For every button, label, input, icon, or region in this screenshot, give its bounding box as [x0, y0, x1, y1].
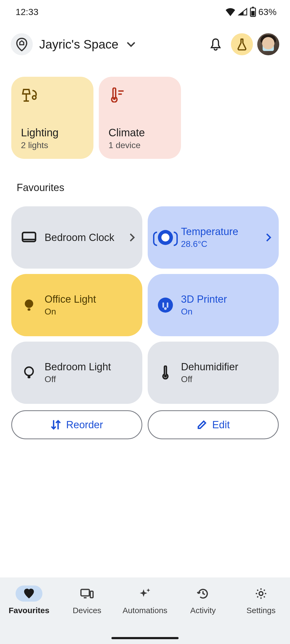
tile-temperature[interactable]: Temperature 28.6°C	[148, 206, 279, 269]
tile-sub: Off	[45, 374, 135, 384]
clock-text: 12:33	[16, 7, 38, 17]
nav-automations[interactable]: Automations	[118, 586, 172, 615]
category-climate-title: Climate	[108, 127, 171, 139]
edit-button[interactable]: Edit	[148, 410, 279, 439]
category-lighting[interactable]: Lighting 2 lights	[11, 77, 93, 159]
tile-sub: 28.6°C	[181, 239, 258, 249]
tile-3d-printer[interactable]: 3D Printer On	[148, 274, 279, 336]
notifications-button[interactable]	[205, 33, 227, 55]
nav-label: Activity	[190, 606, 216, 615]
home-pin-icon	[16, 37, 28, 51]
svg-rect-2	[251, 11, 255, 16]
favourites-grid: Bedroom Clock Temperature 28.6°C Office …	[0, 206, 290, 404]
tile-title: Office Light	[45, 294, 135, 305]
reorder-button[interactable]: Reorder	[11, 410, 142, 439]
reorder-label: Reorder	[66, 419, 103, 431]
category-lighting-title: Lighting	[21, 127, 84, 139]
svg-point-12	[164, 375, 167, 378]
svg-rect-1	[252, 7, 254, 8]
header: Jayric's Space	[0, 27, 290, 62]
heart-icon	[23, 588, 35, 599]
tile-title: 3D Printer	[181, 294, 271, 305]
tile-title: Bedroom Light	[45, 361, 135, 373]
favourites-heading: Favourites	[0, 182, 290, 193]
category-lighting-sub: 2 lights	[21, 140, 84, 150]
sensor-icon	[158, 230, 173, 245]
svg-rect-9	[28, 308, 30, 311]
tile-title: Temperature	[181, 226, 258, 237]
category-climate-sub: 1 device	[108, 140, 171, 150]
bulb-off-icon	[23, 366, 35, 380]
tile-office-light[interactable]: Office Light On	[11, 274, 142, 336]
chevron-down-icon[interactable]	[126, 41, 136, 47]
edit-label: Edit	[212, 419, 230, 431]
nav-label: Automations	[123, 606, 168, 615]
signal-icon	[238, 8, 248, 16]
battery-icon	[250, 7, 256, 17]
thermometer-icon	[108, 87, 125, 103]
nav-label: Settings	[247, 606, 276, 615]
devices-icon	[80, 588, 94, 599]
tile-sub: Off	[181, 374, 271, 384]
svg-point-8	[25, 299, 33, 308]
display-icon	[21, 231, 37, 244]
reorder-icon	[50, 419, 61, 431]
chevron-right-icon	[129, 233, 135, 242]
svg-rect-11	[28, 376, 30, 378]
status-bar: 12:33 63%	[0, 0, 290, 24]
favourites-actions: Reorder Edit	[0, 410, 290, 439]
nav-label: Favourites	[9, 606, 49, 615]
tile-sub: On	[181, 307, 271, 317]
flask-icon	[236, 38, 248, 50]
lamp-icon	[21, 87, 39, 103]
sparkle-icon	[139, 587, 151, 600]
outlet-icon	[158, 298, 173, 313]
tile-dehumidifier[interactable]: Dehumidifier Off	[148, 342, 279, 404]
chevron-right-icon	[266, 233, 271, 242]
avatar[interactable]	[257, 33, 279, 55]
category-row: Lighting 2 lights Climate 1 device	[0, 77, 290, 159]
bulb-on-icon	[23, 298, 35, 312]
nav-devices[interactable]: Devices	[60, 586, 114, 615]
nav-activity[interactable]: Activity	[176, 586, 230, 615]
svg-point-16	[259, 592, 263, 595]
history-icon	[197, 588, 209, 599]
category-climate[interactable]: Climate 1 device	[99, 77, 181, 159]
tile-bedroom-clock[interactable]: Bedroom Clock	[11, 206, 142, 269]
home-indicator[interactable]	[111, 637, 179, 639]
status-icons: 63%	[225, 7, 277, 17]
tile-title: Dehumidifier	[181, 361, 271, 373]
bottom-nav: Favourites Devices Automations Activity …	[0, 577, 290, 644]
svg-point-3	[113, 97, 116, 100]
location-chip[interactable]	[11, 33, 33, 55]
svg-rect-13	[81, 589, 89, 596]
nav-label: Devices	[73, 606, 102, 615]
tile-sub: On	[45, 307, 135, 317]
nav-settings[interactable]: Settings	[234, 586, 288, 615]
thermostat-icon	[161, 365, 170, 380]
space-name[interactable]: Jayric's Space	[39, 37, 118, 52]
tile-bedroom-light[interactable]: Bedroom Light Off	[11, 342, 142, 404]
labs-button[interactable]	[231, 33, 253, 55]
wifi-icon	[225, 8, 236, 16]
nav-favourites[interactable]: Favourites	[2, 586, 56, 615]
bell-icon	[210, 38, 222, 51]
battery-pct: 63%	[258, 7, 277, 17]
gear-icon	[255, 587, 267, 600]
svg-rect-14	[90, 591, 93, 598]
svg-point-10	[25, 367, 33, 375]
pencil-icon	[197, 419, 207, 430]
tile-title: Bedroom Clock	[45, 232, 122, 243]
